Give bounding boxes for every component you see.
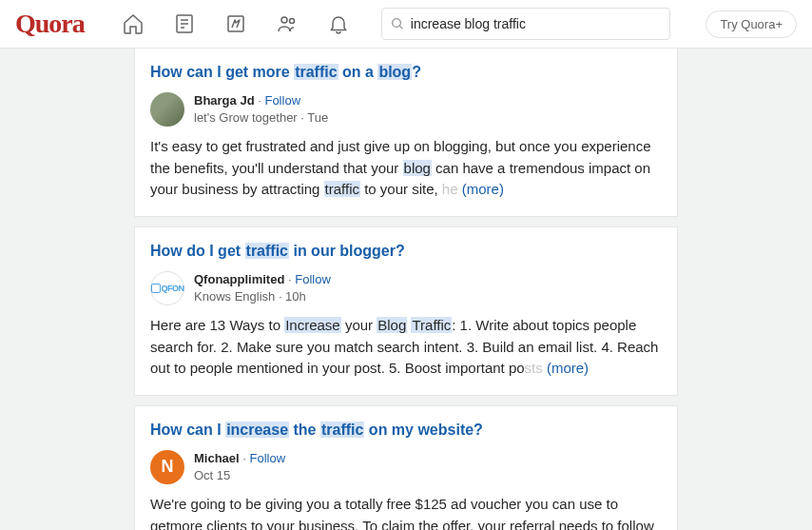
svg-line-8 xyxy=(399,26,402,29)
avatar[interactable]: N xyxy=(150,450,184,484)
result-card: How can I increase the traffic on my web… xyxy=(134,405,678,530)
follow-link[interactable]: Follow xyxy=(250,451,286,465)
svg-point-5 xyxy=(281,17,287,23)
author-subline: let's Grow together · Tue xyxy=(194,109,328,127)
author-subline: Oct 15 xyxy=(194,467,285,484)
author-meta: Michael · Follow Oct 15 xyxy=(194,450,285,484)
quora-logo[interactable]: Quora xyxy=(15,9,100,39)
result-card: How can I get more traffic on a blog? Bh… xyxy=(134,49,678,217)
author-name[interactable]: Michael xyxy=(194,451,240,465)
author-row: Bharga Jd · Follow let's Grow together ·… xyxy=(150,92,662,127)
author-name[interactable]: Bharga Jd xyxy=(194,93,255,108)
question-title[interactable]: How can I get more traffic on a blog? xyxy=(150,64,662,81)
spaces-icon[interactable] xyxy=(261,0,313,49)
more-link[interactable]: (more) xyxy=(462,181,504,197)
avatar[interactable]: QFON xyxy=(150,271,184,305)
follow-link[interactable]: Follow xyxy=(264,93,300,108)
nav-icon-group xyxy=(107,0,364,49)
search-input[interactable] xyxy=(411,16,662,31)
svg-rect-4 xyxy=(228,16,243,31)
search-container xyxy=(381,8,670,40)
answer-icon[interactable] xyxy=(210,0,261,49)
avatar[interactable] xyxy=(150,92,184,127)
search-icon xyxy=(390,16,405,31)
answer-preview: It's easy to get frustrated and just giv… xyxy=(150,136,662,201)
follow-link[interactable]: Follow xyxy=(295,272,331,286)
home-icon[interactable] xyxy=(107,0,159,49)
answer-preview: Here are 13 Ways to Increase your Blog T… xyxy=(150,315,662,380)
svg-point-7 xyxy=(392,19,400,28)
svg-point-6 xyxy=(289,19,294,24)
top-navigation: Quora Try Quora+ xyxy=(0,0,812,49)
answer-preview: We're going to be giving you a totally f… xyxy=(150,494,662,530)
search-box[interactable] xyxy=(381,8,670,40)
more-link[interactable]: (more) xyxy=(547,360,589,376)
results-list: How can I get more traffic on a blog? Bh… xyxy=(134,49,678,530)
question-title[interactable]: How can I increase the traffic on my web… xyxy=(150,422,662,439)
author-meta: Qfonapplimited · Follow Knows English · … xyxy=(194,271,331,305)
author-row: QFON Qfonapplimited · Follow Knows Engli… xyxy=(150,271,662,305)
author-row: N Michael · Follow Oct 15 xyxy=(150,450,662,484)
author-meta: Bharga Jd · Follow let's Grow together ·… xyxy=(194,92,328,127)
author-subline: Knows English · 10h xyxy=(194,288,331,305)
author-name[interactable]: Qfonapplimited xyxy=(194,272,284,286)
result-card: How do I get traffic in our blogger? QFO… xyxy=(134,226,678,396)
notifications-icon[interactable] xyxy=(313,0,364,49)
try-quora-plus-button[interactable]: Try Quora+ xyxy=(706,10,797,38)
following-icon[interactable] xyxy=(159,0,210,49)
question-title[interactable]: How do I get traffic in our blogger? xyxy=(150,243,662,260)
